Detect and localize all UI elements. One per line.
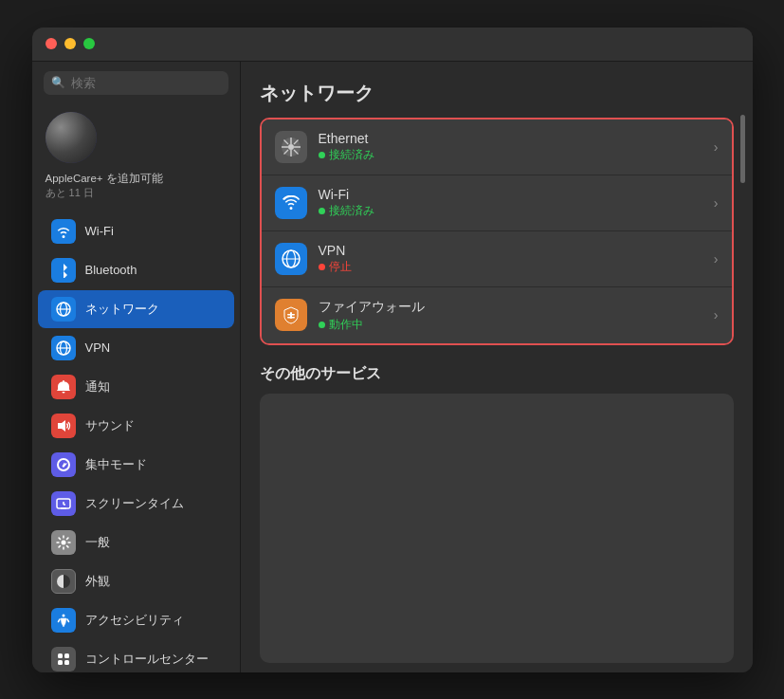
sidebar-item-bluetooth-label: Bluetooth xyxy=(85,263,137,277)
window-content: 🔍 AppleCare+ を追加可能 あと 11 日 xyxy=(32,62,753,672)
sidebar-item-wifi-label: Wi-Fi xyxy=(85,224,114,238)
other-services-box xyxy=(260,394,734,663)
svg-rect-33 xyxy=(290,312,292,319)
ethernet-icon xyxy=(275,131,307,163)
sidebar-item-sound[interactable]: サウンド xyxy=(38,407,234,445)
sidebar-item-general-label: 一般 xyxy=(85,534,110,551)
sidebar-item-general[interactable]: 一般 xyxy=(38,524,234,561)
screentime-icon xyxy=(51,491,76,516)
vpn-network-icon xyxy=(275,243,307,275)
vpn-icon xyxy=(51,336,76,360)
firewall-icon xyxy=(275,299,307,331)
network-icon xyxy=(51,297,76,322)
user-profile: AppleCare+ を追加可能 あと 11 日 xyxy=(32,102,240,206)
firewall-chevron: › xyxy=(714,307,719,322)
sidebar-item-network-label: ネットワーク xyxy=(85,301,159,318)
sidebar-item-accessibility[interactable]: アクセシビリティ xyxy=(38,601,234,639)
wifi-status-dot xyxy=(319,208,325,214)
scrollbar[interactable] xyxy=(740,115,745,183)
wifi-network-icon xyxy=(275,187,307,219)
sidebar-section: Wi-Fi Bluetooth xyxy=(32,212,240,672)
svg-rect-14 xyxy=(58,653,63,658)
sidebar-item-wifi[interactable]: Wi-Fi xyxy=(38,212,234,250)
sidebar-item-screentime[interactable]: スクリーンタイム xyxy=(38,485,234,523)
sidebar-item-focus-label: 集中モード xyxy=(85,456,147,473)
sound-icon xyxy=(51,414,76,438)
firewall-info: ファイアウォール 動作中 xyxy=(319,299,714,332)
sidebar-item-appearance-label: 外観 xyxy=(85,573,110,590)
focus-icon xyxy=(51,452,76,477)
minimize-button[interactable] xyxy=(64,38,76,49)
vpn-status-dot xyxy=(319,264,325,270)
system-preferences-window: 🔍 AppleCare+ を追加可能 あと 11 日 xyxy=(32,28,753,672)
svg-point-19 xyxy=(288,144,294,150)
general-icon xyxy=(51,530,76,555)
network-item-wifi[interactable]: Wi-Fi 接続済み › xyxy=(262,175,732,231)
sidebar-item-controlcenter[interactable]: コントロールセンター xyxy=(38,640,234,672)
sidebar-item-accessibility-label: アクセシビリティ xyxy=(85,612,184,629)
sidebar-item-bluetooth[interactable]: Bluetooth xyxy=(38,251,234,289)
firewall-status-text: 動作中 xyxy=(329,318,363,332)
ethernet-info: Ethernet 接続済み xyxy=(319,131,714,162)
vpn-status-text: 停止 xyxy=(329,260,352,274)
wifi-info: Wi-Fi 接続済み xyxy=(319,187,714,218)
sidebar-item-network[interactable]: ネットワーク xyxy=(38,290,234,328)
vpn-info: VPN 停止 xyxy=(319,243,714,274)
ethernet-status-text: 接続済み xyxy=(329,148,374,162)
sidebar-item-screentime-label: スクリーンタイム xyxy=(85,495,184,512)
svg-rect-16 xyxy=(58,660,63,665)
wifi-status-text: 接続済み xyxy=(329,204,374,218)
search-bar[interactable]: 🔍 xyxy=(44,71,228,95)
wifi-status: 接続済み xyxy=(319,204,714,218)
sidebar-item-vpn[interactable]: VPN xyxy=(38,329,234,367)
other-services-title: その他のサービス xyxy=(260,364,734,384)
search-icon: 🔍 xyxy=(51,76,65,89)
sidebar-item-notifications[interactable]: 通知 xyxy=(38,368,234,406)
section-title: ネットワーク xyxy=(260,81,734,106)
sidebar: 🔍 AppleCare+ を追加可能 あと 11 日 xyxy=(32,62,241,672)
bluetooth-icon xyxy=(51,258,76,283)
wifi-name: Wi-Fi xyxy=(319,187,714,202)
network-item-ethernet[interactable]: Ethernet 接続済み › xyxy=(262,120,732,175)
close-button[interactable] xyxy=(46,38,57,49)
ethernet-status: 接続済み xyxy=(319,148,714,162)
sidebar-item-sound-label: サウンド xyxy=(85,417,135,434)
network-list: Ethernet 接続済み › xyxy=(260,118,734,345)
vpn-name: VPN xyxy=(319,243,714,258)
svg-marker-6 xyxy=(58,420,65,432)
svg-rect-17 xyxy=(64,660,69,665)
search-input[interactable] xyxy=(71,76,221,90)
title-bar xyxy=(32,28,753,62)
wifi-icon xyxy=(51,219,76,244)
notifications-icon xyxy=(51,375,76,399)
vpn-chevron: › xyxy=(714,251,719,267)
svg-point-11 xyxy=(61,540,65,544)
maximize-button[interactable] xyxy=(83,38,95,49)
ethernet-name: Ethernet xyxy=(319,131,714,146)
sidebar-item-controlcenter-label: コントロールセンター xyxy=(85,651,209,668)
sidebar-item-vpn-label: VPN xyxy=(85,340,111,355)
network-item-vpn[interactable]: VPN 停止 › xyxy=(262,231,732,287)
applecare-sub: あと 11 日 xyxy=(46,186,94,200)
sidebar-item-appearance[interactable]: 外観 xyxy=(38,562,234,600)
svg-point-13 xyxy=(62,614,64,616)
vpn-status: 停止 xyxy=(319,260,714,274)
main-content: ネットワーク xyxy=(241,62,753,672)
svg-rect-15 xyxy=(64,653,69,658)
firewall-status: 動作中 xyxy=(319,318,714,332)
avatar xyxy=(46,112,97,163)
sidebar-item-notifications-label: 通知 xyxy=(85,378,110,395)
ethernet-status-dot xyxy=(319,152,325,158)
applecare-label: AppleCare+ を追加可能 xyxy=(46,171,163,186)
accessibility-icon xyxy=(51,608,76,633)
appearance-icon xyxy=(51,569,76,594)
network-item-firewall[interactable]: ファイアウォール 動作中 › xyxy=(262,287,732,343)
firewall-name: ファイアウォール xyxy=(319,299,714,316)
wifi-chevron: › xyxy=(714,195,719,211)
firewall-status-dot xyxy=(319,322,325,328)
other-services-section: その他のサービス xyxy=(260,364,734,663)
controlcenter-icon xyxy=(51,647,76,671)
sidebar-item-focus[interactable]: 集中モード xyxy=(38,446,234,484)
ethernet-chevron: › xyxy=(714,139,719,155)
